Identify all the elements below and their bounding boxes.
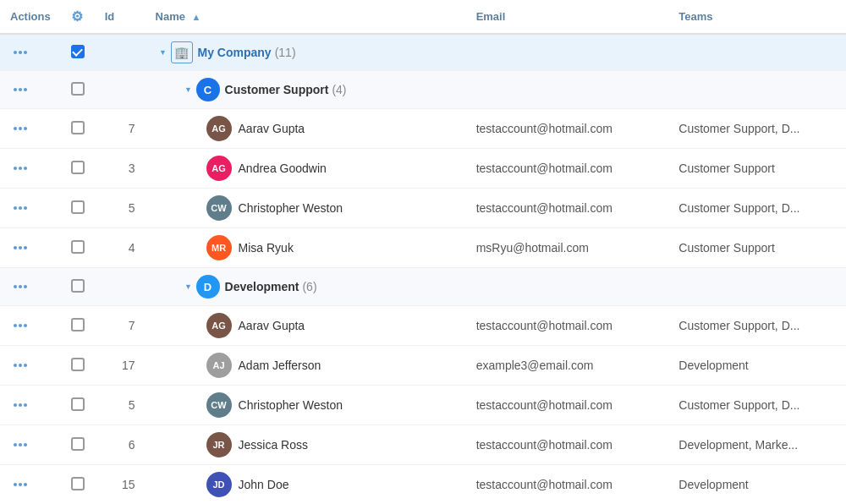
member-name-cell: AG Aarav Gupta (146, 306, 466, 346)
member-email-cell: testaccount@hotmail.com (466, 149, 669, 189)
group-badge: C (196, 78, 220, 101)
dot-icon (19, 127, 22, 130)
row-actions[interactable] (0, 149, 61, 189)
expand-icon[interactable] (156, 45, 171, 60)
dots-button[interactable] (10, 85, 51, 95)
company-name-cell: 🏢 My Company (11) (146, 34, 466, 71)
member-id-cell: 17 (95, 346, 146, 386)
checkbox[interactable] (71, 279, 85, 293)
row-checkbox-cell[interactable] (61, 189, 95, 228)
row-checkbox-cell[interactable] (61, 228, 95, 268)
dots-button[interactable] (10, 360, 51, 370)
row-actions[interactable] (0, 268, 61, 306)
member-email-cell: testaccount@hotmail.com (466, 425, 669, 465)
dots-button[interactable] (10, 163, 51, 173)
table-row: 5 CW Christopher Weston testaccount@hotm… (0, 189, 846, 228)
dot-icon (19, 443, 22, 446)
group-name-cell: D Development (6) (146, 268, 466, 306)
dot-icon (19, 364, 22, 367)
row-checkbox-cell[interactable] (61, 386, 95, 425)
row-actions[interactable] (0, 425, 61, 465)
group-name-content: D Development (6) (156, 275, 456, 299)
dots-button[interactable] (10, 400, 51, 410)
member-name-label: Andrea Goodwin (239, 162, 327, 175)
member-name-content: CW Christopher Weston (156, 392, 456, 418)
checkbox[interactable] (71, 161, 85, 174)
row-checkbox-cell[interactable] (61, 268, 95, 306)
checkbox[interactable] (71, 318, 85, 331)
dots-button[interactable] (10, 479, 51, 490)
member-teams-cell: Customer Support, D... (668, 189, 846, 228)
row-actions[interactable] (0, 109, 61, 149)
dots-button[interactable] (10, 47, 51, 58)
member-teams-cell: Customer Support, D... (668, 306, 846, 346)
dots-button[interactable] (10, 282, 51, 292)
gear-icon[interactable]: ⚙ (71, 9, 83, 24)
dots-button[interactable] (10, 243, 51, 253)
group-row: C Customer Support (4) (0, 71, 846, 109)
checkbox[interactable] (71, 397, 85, 411)
dots-button[interactable] (10, 123, 51, 134)
dots-button[interactable] (10, 440, 51, 450)
row-checkbox-cell[interactable] (61, 71, 95, 109)
checkbox[interactable] (71, 82, 85, 96)
row-actions[interactable] (0, 465, 61, 505)
member-name-content: CW Christopher Weston (156, 195, 456, 221)
row-actions[interactable] (0, 71, 61, 109)
row-checkbox-cell[interactable] (61, 465, 95, 505)
group-expand-icon[interactable] (181, 82, 196, 97)
group-name-content: C Customer Support (4) (156, 78, 456, 101)
member-name-content: AG Aarav Gupta (156, 116, 456, 141)
group-teams-cell (668, 71, 846, 109)
dot-icon (24, 364, 27, 367)
email-header: Email (466, 0, 669, 34)
settings-header[interactable]: ⚙ (61, 0, 95, 34)
main-table-container: Actions ⚙ Id Name ▲ Email Teams (0, 0, 846, 504)
row-actions[interactable] (0, 386, 61, 425)
group-badge: D (196, 275, 220, 299)
checkbox[interactable] (71, 121, 85, 134)
row-actions[interactable] (0, 346, 61, 386)
dot-icon (19, 324, 22, 327)
dot-icon (14, 403, 17, 407)
group-row: D Development (6) (0, 268, 846, 306)
dot-icon (19, 167, 22, 170)
member-id-cell: 7 (95, 306, 146, 346)
checkbox[interactable] (71, 240, 85, 254)
member-name-content: AG Andrea Goodwin (156, 156, 456, 181)
dot-icon (24, 403, 27, 407)
dots-button[interactable] (10, 320, 51, 331)
row-checkbox-cell[interactable] (61, 346, 95, 386)
member-name-content: AG Aarav Gupta (156, 313, 456, 338)
member-name-cell: AG Andrea Goodwin (146, 149, 466, 189)
member-name-cell: MR Misa Ryuk (146, 228, 466, 268)
dot-icon (24, 167, 27, 170)
row-actions[interactable] (0, 228, 61, 268)
company-checkbox-cell[interactable] (61, 34, 95, 71)
row-checkbox-cell[interactable] (61, 149, 95, 189)
row-actions[interactable] (0, 189, 61, 228)
checkbox[interactable] (71, 437, 85, 451)
row-actions[interactable] (0, 34, 61, 71)
dot-icon (14, 364, 17, 367)
dot-icon (24, 443, 27, 446)
row-checkbox-cell[interactable] (61, 109, 95, 149)
row-actions[interactable] (0, 306, 61, 346)
name-header[interactable]: Name ▲ (146, 0, 466, 34)
member-name-content: JD John Doe (156, 472, 456, 497)
dot-icon (24, 127, 27, 130)
checkbox[interactable] (71, 477, 85, 490)
dot-icon (14, 88, 17, 91)
row-checkbox-cell[interactable] (61, 425, 95, 465)
checkbox[interactable] (71, 358, 85, 371)
checkbox[interactable] (71, 200, 85, 214)
dot-icon (14, 127, 17, 130)
company-email-cell (466, 34, 669, 71)
dot-icon (14, 246, 17, 249)
member-name-cell: CW Christopher Weston (146, 189, 466, 228)
dots-button[interactable] (10, 203, 51, 213)
group-expand-icon[interactable] (181, 279, 196, 294)
row-checkbox-cell[interactable] (61, 306, 95, 346)
company-teams-cell (668, 34, 846, 71)
checkbox[interactable] (71, 45, 85, 58)
